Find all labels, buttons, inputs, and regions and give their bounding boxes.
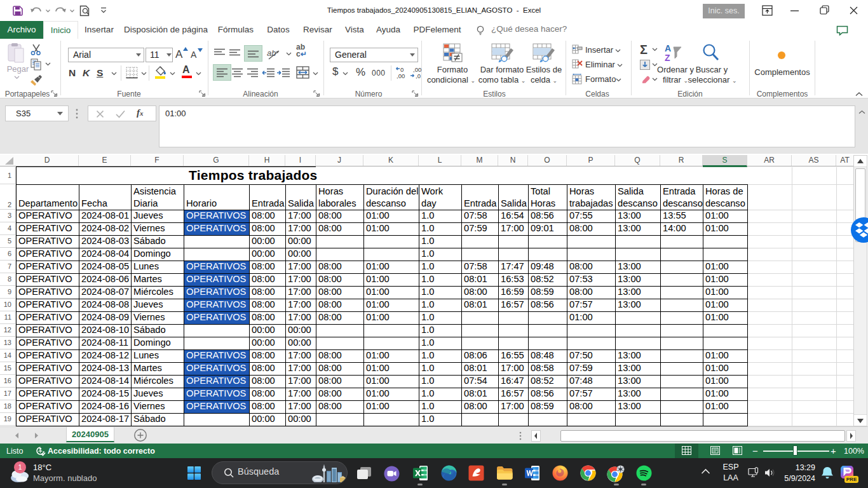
svg-text:,00: ,00	[397, 72, 405, 79]
svg-text:A: A	[665, 43, 671, 53]
svg-text:Z: Z	[665, 53, 670, 63]
